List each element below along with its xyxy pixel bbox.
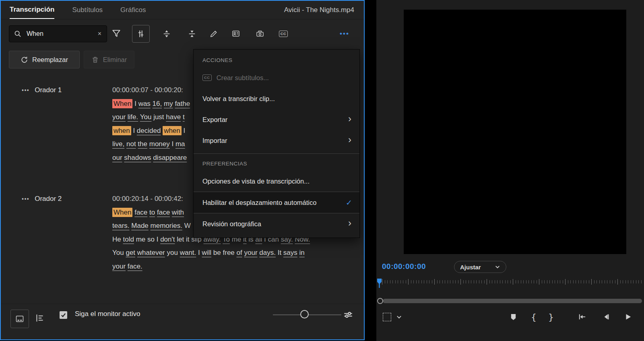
transcript-word[interactable]: your [244, 249, 257, 256]
search-input[interactable] [26, 30, 98, 38]
transcript-word[interactable]: disappeare [153, 154, 187, 161]
transcript-word[interactable]: just [153, 113, 164, 121]
transcript-word[interactable]: money [149, 140, 170, 148]
transcript-word[interactable]: let [177, 236, 184, 243]
transcript-word[interactable]: I [184, 127, 186, 134]
transcript-word[interactable]: you [167, 249, 178, 256]
clear-search-icon[interactable]: × [98, 30, 101, 37]
transcript-word[interactable]: live, [112, 140, 124, 148]
transcript-word[interactable]: our [112, 154, 122, 161]
transcript-word[interactable]: have [166, 113, 181, 121]
menu-item[interactable]: Exportar› [194, 109, 359, 130]
transcript-word[interactable]: t [183, 113, 185, 121]
transcript-word[interactable]: I [198, 249, 200, 256]
transcript-settings-button[interactable] [343, 310, 353, 322]
segment-options-handle[interactable]: ••• [22, 196, 29, 202]
tab-graphics[interactable]: Gráficos [120, 1, 146, 19]
transcript-word[interactable]: not [126, 140, 136, 148]
toolbar-settings-button[interactable] [132, 25, 150, 43]
delete-button[interactable]: Eliminar [84, 51, 134, 68]
menu-item[interactable]: Volver a transcribir clip... [194, 88, 359, 109]
transcript-word[interactable]: my [164, 100, 173, 107]
transcript-word[interactable]: 16, [153, 100, 162, 107]
play-button[interactable] [620, 308, 636, 325]
transcript-word[interactable]: be [213, 249, 221, 256]
more-options-button[interactable]: ••• [335, 25, 354, 43]
transcript-word[interactable]: decided [137, 127, 161, 134]
transcript-word[interactable]: memories. [151, 222, 182, 229]
transcript-word[interactable]: free [223, 249, 235, 256]
transcript-word[interactable]: I [134, 100, 136, 107]
transcript-word[interactable]: in [299, 249, 305, 256]
mark-in-button[interactable]: { [527, 308, 540, 325]
tab-transcription[interactable]: Transcripción [10, 1, 54, 19]
assign-speaker-button[interactable] [227, 25, 245, 43]
transcript-word[interactable]: so [147, 236, 155, 243]
transcript-word[interactable]: to [149, 209, 155, 216]
speaker-name[interactable]: Orador 1 [35, 86, 62, 94]
transcript-word[interactable]: Made [131, 222, 149, 229]
timeline-ruler[interactable] [377, 279, 643, 289]
transcript-word[interactable]: says [283, 249, 297, 256]
transcript-word[interactable]: face. [128, 262, 142, 270]
search-box[interactable]: × [9, 25, 107, 42]
edit-text-button[interactable] [205, 25, 223, 43]
transcript-word[interactable]: fathe [175, 100, 190, 107]
playhead-icon[interactable] [377, 279, 382, 290]
search-match-word[interactable]: when [163, 126, 182, 135]
view-options-button[interactable] [379, 308, 395, 325]
transcript-word[interactable]: want. [180, 249, 196, 256]
transcript-word[interactable]: days. [259, 249, 276, 256]
view-options-chevron[interactable] [393, 308, 405, 325]
transcript-word[interactable]: I [171, 140, 173, 148]
search-match-word[interactable]: When [112, 99, 132, 108]
transcript-word[interactable]: was [138, 100, 151, 107]
transcript-word[interactable]: with [172, 209, 184, 216]
transcript-word[interactable]: life. [128, 113, 138, 121]
mark-out-button[interactable]: } [545, 308, 557, 325]
filter-icon[interactable] [111, 29, 122, 41]
transcript-word[interactable]: your [112, 262, 126, 270]
transcript-word[interactable]: It [278, 249, 281, 256]
text-size-slider-handle[interactable] [300, 310, 309, 318]
segment-view-button[interactable] [35, 313, 45, 325]
transcript-word[interactable]: told [123, 236, 134, 243]
transcript-word[interactable]: face [157, 209, 170, 216]
video-preview[interactable] [404, 10, 626, 254]
speaker-name[interactable]: Orador 2 [35, 195, 62, 203]
zoom-scrollbar[interactable] [383, 299, 642, 303]
transcript-word[interactable]: don't [160, 236, 175, 243]
transcript-word[interactable]: I [133, 127, 135, 134]
search-match-word[interactable]: When [112, 208, 132, 217]
replace-button[interactable]: Reemplazar [9, 51, 80, 68]
merge-segments-button[interactable] [183, 25, 201, 43]
transcript-word[interactable]: He [112, 236, 121, 243]
transcript-word[interactable]: You [140, 113, 152, 121]
transcript-word[interactable]: face [134, 209, 147, 216]
menu-item[interactable]: Opciones de vista de transcripción... [194, 171, 359, 192]
go-to-in-button[interactable] [574, 308, 590, 325]
follow-monitor-checkbox[interactable] [60, 311, 67, 319]
transcript-word[interactable]: whatever [137, 249, 165, 256]
zoom-scrollbar-handle[interactable] [377, 298, 383, 304]
transcript-word[interactable]: me [136, 236, 146, 243]
transcript-word[interactable]: You [112, 249, 124, 256]
transcript-word[interactable]: the [138, 140, 147, 148]
transcript-word[interactable]: of [237, 249, 242, 256]
split-segment-button[interactable] [158, 25, 175, 43]
menu-item[interactable]: Importar› [194, 130, 359, 151]
transcript-word[interactable]: ma [175, 140, 185, 148]
create-captions-button[interactable]: CC [275, 25, 292, 43]
transcript-word[interactable]: get [126, 249, 135, 256]
add-marker-button[interactable] [506, 308, 520, 325]
program-timecode[interactable]: 00:00:00:00 [382, 262, 426, 271]
transcript-word[interactable]: tears. [112, 222, 130, 229]
export-frame-button[interactable] [251, 25, 269, 43]
transcript-word[interactable]: your [112, 113, 126, 121]
menu-item[interactable]: Revisión ortográfica› [194, 213, 359, 234]
transcript-word[interactable]: I [157, 236, 159, 243]
segment-options-handle[interactable]: ••• [22, 87, 29, 93]
step-back-button[interactable] [599, 308, 614, 325]
transcript-word[interactable]: it [186, 236, 190, 243]
transcript-word[interactable]: will [202, 249, 212, 256]
